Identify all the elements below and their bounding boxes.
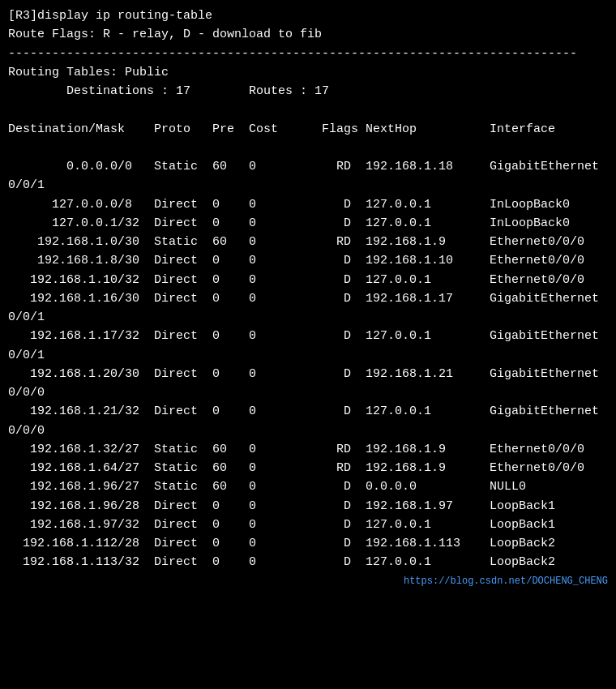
terminal-output: [R3]display ip routing-table Route Flags… bbox=[8, 6, 608, 572]
watermark: https://blog.csdn.net/DOCHENG_CHENG bbox=[8, 574, 608, 589]
